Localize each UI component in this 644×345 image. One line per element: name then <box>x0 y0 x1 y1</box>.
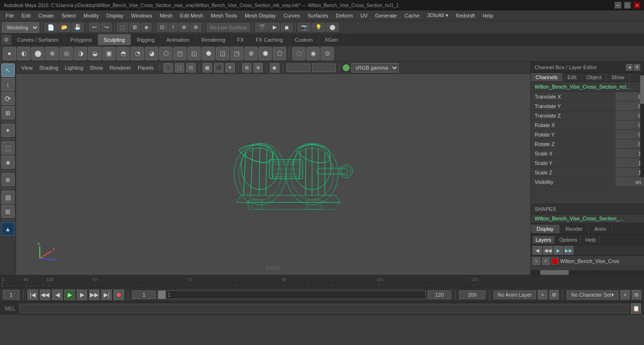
vp-menu-panels[interactable]: Panels <box>135 65 156 71</box>
layer-prev-btn[interactable]: ◀ <box>533 246 542 254</box>
layer-v-btn[interactable]: V <box>533 257 540 265</box>
cmd-script-editor-btn[interactable]: 📋 <box>631 303 641 314</box>
show-manip-lt[interactable]: ✦ <box>1 124 15 137</box>
vp-texture-btn[interactable]: ⬛ <box>214 63 224 73</box>
sculpt-btn-5[interactable]: ◎ <box>60 47 73 60</box>
layer-p-btn[interactable]: P <box>542 257 550 265</box>
select-tool-btn[interactable]: ⬚ <box>117 23 128 32</box>
vp-menu-renderer[interactable]: Renderer <box>107 65 134 71</box>
vp-value1-field[interactable]: 0.00 <box>286 64 310 72</box>
circle-btn[interactable]: ⬤ <box>326 23 339 32</box>
menu-mesh-tools[interactable]: Mesh Tools <box>207 12 241 19</box>
menu-edit[interactable]: Edit <box>18 12 35 19</box>
tab-rigging[interactable]: Rigging <box>131 34 161 45</box>
camera-btn[interactable]: 📷 <box>298 23 311 32</box>
snap-curve-btn[interactable]: ⌇ <box>169 23 178 32</box>
range-start-input[interactable] <box>132 291 156 299</box>
paint-select-lt[interactable]: ◈ <box>1 155 15 169</box>
vp-isolate-btn[interactable]: ◉ <box>270 63 279 73</box>
anim-layer-settings-btn[interactable]: ⚙ <box>549 290 559 300</box>
menu-uv[interactable]: UV <box>357 12 371 19</box>
record-btn[interactable]: ⏺ <box>114 290 124 300</box>
sculpt-btn-18[interactable]: ⊗ <box>244 47 258 60</box>
vp-value2-field[interactable]: 1.00 <box>312 64 336 72</box>
sculpt-btn-20[interactable]: ⬠ <box>273 47 286 60</box>
vp-gamma-select[interactable]: sRGB gamma <box>351 63 399 73</box>
play-fwd-btn[interactable]: ▶ <box>64 290 75 300</box>
vp-light-btn[interactable]: ☀ <box>225 63 235 73</box>
sculpt-btn-4[interactable]: ⊕ <box>45 47 59 60</box>
range-end-input[interactable] <box>428 291 451 299</box>
char-set-dropdown[interactable]: No Character Set ▾ <box>567 291 618 300</box>
right-panel-vscroll-thumb[interactable] <box>640 75 644 104</box>
layer-sub-tab-layers[interactable]: Layers <box>533 236 555 244</box>
layer-tab-render[interactable]: Render <box>560 225 589 233</box>
sculpt-btn-6[interactable]: ◑ <box>74 47 87 60</box>
vp-frame-sel-btn[interactable]: ⊡ <box>186 63 196 73</box>
maximize-button[interactable]: □ <box>624 2 631 9</box>
vp-menu-show[interactable]: Show <box>88 65 106 71</box>
close-button[interactable]: ✕ <box>634 2 640 9</box>
sculpt-btn-23[interactable]: ⊙ <box>321 47 334 60</box>
redo-btn[interactable]: ↪ <box>101 23 112 32</box>
vp-frame-all-btn[interactable]: ⬚ <box>175 63 184 73</box>
snap-lt[interactable]: ⊕ <box>1 173 15 186</box>
menu-generate[interactable]: Generate <box>371 12 401 19</box>
menu-deform[interactable]: Deform <box>332 12 357 19</box>
soft-select-lt[interactable]: ⬚ <box>1 141 15 154</box>
range-slider-thumb[interactable] <box>158 291 166 299</box>
menu-select[interactable]: Select <box>58 12 80 19</box>
timeline[interactable]: 1 60 120 <box>0 275 644 288</box>
sculpt-btn-22[interactable]: ◉ <box>306 47 320 60</box>
sculpt-btn-1[interactable]: ● <box>3 47 16 60</box>
go-end-btn[interactable]: ▶| <box>101 290 112 300</box>
cb-tab-channels[interactable]: Channels <box>531 73 563 82</box>
paint-btn[interactable]: ◈ <box>141 23 152 32</box>
menu-surfaces[interactable]: Surfaces <box>304 12 332 19</box>
tab-sculpting[interactable]: Sculpting <box>98 34 131 45</box>
workflow-dropdown[interactable]: Modeling <box>2 22 39 33</box>
right-panel-hscrollbar[interactable] <box>531 270 644 275</box>
menu-create[interactable]: Create <box>35 12 58 19</box>
sculpt-btn-16[interactable]: ◲ <box>216 47 229 60</box>
sculpt-btn-9[interactable]: ◓ <box>116 47 130 60</box>
layer-sub-tab-options[interactable]: Options <box>556 236 581 244</box>
minimize-button[interactable]: ─ <box>615 2 621 9</box>
tab-custom[interactable]: Custom <box>289 34 319 45</box>
sculpt-btn-17[interactable]: ◳ <box>230 47 243 60</box>
cb-tab-show[interactable]: Show <box>607 73 630 82</box>
sculpt-btn-8[interactable]: ▣ <box>102 47 116 60</box>
viewport-canvas[interactable]: persp X Y Z <box>16 74 530 275</box>
save-btn[interactable]: 💾 <box>72 23 84 32</box>
menu-mesh[interactable]: Mesh <box>156 12 176 19</box>
vp-grid-btn[interactable]: ⊞ <box>242 63 251 73</box>
select-tool-lt[interactable]: ↖ <box>1 64 15 77</box>
char-set-add-btn[interactable]: + <box>620 290 630 300</box>
anim-layer-dropdown[interactable]: No Anim Layer <box>493 291 536 299</box>
next-frame-btn[interactable]: ▶ <box>77 290 87 300</box>
snap-view-btn[interactable]: ⊗ <box>190 23 201 32</box>
layer-expand-btn[interactable]: ▶ <box>554 246 563 254</box>
vp-hud-btn[interactable]: ⊕ <box>253 63 263 73</box>
anim-layer-add-btn[interactable]: + <box>538 290 547 300</box>
menu-curves[interactable]: Curves <box>280 12 304 19</box>
move-tool-lt[interactable]: ↕ <box>1 78 15 91</box>
menu-cache[interactable]: Cache <box>401 12 423 19</box>
sculpt-btn-14[interactable]: ◱ <box>188 47 201 60</box>
sculpt-btn-11[interactable]: ◕ <box>145 47 158 60</box>
next-key-btn[interactable]: ▶▶ <box>89 290 99 300</box>
menu-windows[interactable]: Windows <box>127 12 156 19</box>
menu-3dto[interactable]: 3DtoAll ▾ <box>423 11 452 19</box>
cb-expand-btn[interactable]: ◂ <box>626 64 633 71</box>
cb-tab-edit[interactable]: Edit <box>563 73 581 82</box>
vp-camera-btn[interactable]: 🎥 <box>163 63 173 73</box>
prev-frame-btn[interactable]: ◀ <box>52 290 63 300</box>
current-frame-input[interactable] <box>3 290 19 300</box>
vp-shading-btn[interactable]: ▦ <box>203 63 212 73</box>
go-start-btn[interactable]: |◀ <box>27 290 38 300</box>
vp-menu-shading[interactable]: Shading <box>37 65 61 71</box>
undo-btn[interactable]: ↩ <box>89 23 100 32</box>
rotate-tool-lt[interactable]: ⟳ <box>1 92 15 105</box>
layer-expand2-btn[interactable]: ▶▶ <box>564 246 573 254</box>
new-scene-btn[interactable]: 📄 <box>45 23 57 32</box>
